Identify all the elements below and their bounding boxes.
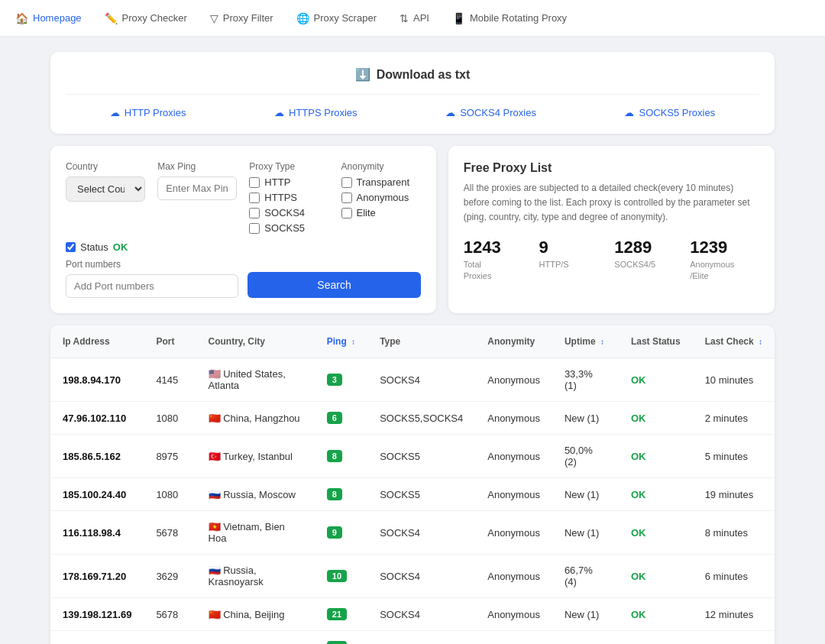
- table-row: 178.169.71.20 3629 🇷🇺 Russia, Krasnoyars…: [50, 555, 775, 598]
- search-button[interactable]: Search: [247, 272, 420, 298]
- checkbox-elite-input[interactable]: [341, 208, 352, 218]
- cell-country: .: [196, 631, 315, 645]
- country-filter: Country Select Country...: [66, 161, 145, 234]
- checkbox-https[interactable]: HTTPS: [249, 192, 328, 203]
- ping-badge: 9: [327, 526, 342, 539]
- port-label: Port numbers: [66, 259, 238, 270]
- checkbox-socks5[interactable]: SOCKS5: [249, 222, 328, 234]
- home-icon: 🏠: [15, 12, 28, 24]
- cell-uptime: New (1): [552, 402, 619, 435]
- cell-anonymity: Anonymous: [475, 358, 552, 402]
- nav-homepage[interactable]: 🏠 Homepage: [15, 12, 82, 24]
- status-badge: OK: [631, 374, 646, 386]
- col-last-status: Last Status: [619, 325, 693, 358]
- cell-country: 🇻🇳 Vietnam, Bien Hoa: [196, 511, 315, 555]
- table-header-row: Ip Address Port Country, City Ping ↕ Typ…: [50, 325, 775, 358]
- checkbox-transparent-input[interactable]: [341, 177, 352, 188]
- table-body: 198.8.94.170 4145 🇺🇸 United States, Atla…: [50, 358, 775, 645]
- mobile-icon: 📱: [452, 12, 465, 24]
- status-checkbox[interactable]: Status OK: [66, 241, 128, 253]
- checkbox-socks5-input[interactable]: [249, 223, 260, 234]
- status-ok-checkbox[interactable]: [66, 242, 76, 252]
- nav-proxy-scraper[interactable]: 🌐 Proxy Scraper: [296, 12, 377, 24]
- col-last-check[interactable]: Last Check ↕: [693, 325, 775, 358]
- ping-badge: 8: [327, 450, 342, 462]
- cell-port: 1080: [144, 478, 196, 511]
- col-anonymity: Anonymity: [475, 325, 552, 358]
- checkbox-socks4[interactable]: SOCKS4: [249, 207, 328, 218]
- flag-icon: 🇺🇸: [209, 368, 221, 380]
- checkbox-elite[interactable]: Elite: [341, 207, 421, 218]
- info-title: Free Proxy List: [464, 161, 759, 175]
- filter-card: Country Select Country... Max Ping Proxy…: [50, 146, 436, 313]
- status-row: Status OK: [66, 241, 421, 253]
- cell-status: OK: [619, 511, 693, 555]
- col-uptime[interactable]: Uptime ↕: [552, 325, 619, 358]
- cell-ping: 10: [315, 555, 367, 598]
- nav-proxy-filter[interactable]: ▽ Proxy Filter: [210, 12, 273, 24]
- cell-ping: 21: [315, 598, 367, 631]
- cell-lastcheck: 2 minutes: [693, 631, 775, 645]
- flag-icon: 🇨🇳: [209, 413, 221, 424]
- checkbox-transparent[interactable]: Transparent: [341, 176, 421, 188]
- checkbox-anonymous[interactable]: Anonymous: [341, 192, 421, 203]
- cell-status: OK: [619, 555, 693, 598]
- checkbox-https-input[interactable]: [249, 193, 260, 203]
- download-title: ⬇️ Download as txt: [66, 67, 759, 82]
- main-content: ⬇️ Download as txt ☁ HTTP Proxies ☁ HTTP…: [38, 37, 787, 644]
- cell-port: 8975: [144, 435, 196, 478]
- cell-country: 🇺🇸 United States, Atlanta: [196, 358, 315, 402]
- proxy-type-group: HTTP HTTPS SOCKS4 SOCKS5: [249, 176, 328, 234]
- status-badge: OK: [631, 642, 646, 645]
- checkbox-http[interactable]: HTTP: [249, 176, 328, 188]
- download-icon: ⬇️: [355, 67, 370, 82]
- cell-type: SOCKS4: [367, 555, 475, 598]
- status-ok-text: OK: [113, 241, 128, 253]
- flag-icon: 🇻🇳: [209, 521, 221, 532]
- col-ping[interactable]: Ping ↕: [315, 325, 367, 358]
- cell-country: 🇹🇷 Turkey, Istanbul: [196, 435, 315, 478]
- col-country: Country, City: [196, 325, 315, 358]
- ping-badge: 8: [327, 488, 342, 500]
- cell-status: OK: [619, 435, 693, 478]
- port-search-row: Port numbers Search: [66, 259, 421, 298]
- checkbox-socks4-input[interactable]: [249, 208, 260, 218]
- cell-lastcheck: 12 minutes: [693, 598, 775, 631]
- cell-ip: 47.96.102.110: [50, 402, 144, 435]
- col-ip: Ip Address: [50, 325, 144, 358]
- cell-country: 🇷🇺 Russia, Moscow: [196, 478, 315, 511]
- cell-ping: 8: [315, 435, 367, 478]
- cell-type: SOCKS4: [367, 511, 475, 555]
- cell-ping: 3: [315, 358, 367, 402]
- nav-mobile-rotating[interactable]: 📱 Mobile Rotating Proxy: [452, 12, 567, 24]
- cell-anonymity: Elite: [475, 631, 552, 645]
- cell-port: 1080: [144, 402, 196, 435]
- cell-anonymity: Anonymous: [475, 511, 552, 555]
- ping-badge: 22: [327, 641, 347, 644]
- nav-api[interactable]: ⇅ API: [400, 12, 429, 24]
- cloud-icon-socks5: ☁: [624, 107, 634, 118]
- cell-anonymity: Anonymous: [475, 435, 552, 478]
- proxytype-filter: Proxy Type HTTP HTTPS SOCKS4 SOCKS5: [249, 161, 328, 234]
- tab-socks5-proxies[interactable]: ☁ SOCKS5 Proxies: [624, 107, 715, 118]
- cell-port: 3629: [144, 555, 196, 598]
- checkbox-anonymous-input[interactable]: [341, 193, 352, 203]
- filter-section: Country Select Country... Max Ping Proxy…: [50, 146, 775, 313]
- cell-ip: 178.169.71.20: [50, 555, 144, 598]
- stats-grid: 1243 TotalProxies 9 HTTP/S 1289 SOCKS4/5…: [464, 238, 759, 283]
- status-badge: OK: [631, 571, 646, 582]
- tab-http-proxies[interactable]: ☁ HTTP Proxies: [110, 107, 186, 118]
- cell-ip: 185.100.24.40: [50, 478, 144, 511]
- country-select[interactable]: Select Country...: [66, 176, 145, 202]
- tab-socks4-proxies[interactable]: ☁ SOCKS4 Proxies: [445, 107, 536, 118]
- cell-uptime: 33,3% (1): [552, 358, 619, 402]
- proxy-table-card: Ip Address Port Country, City Ping ↕ Typ…: [50, 325, 775, 644]
- checkbox-http-input[interactable]: [249, 177, 260, 188]
- tab-https-proxies[interactable]: ☁ HTTPS Proxies: [274, 107, 358, 118]
- port-input[interactable]: [66, 274, 238, 298]
- maxping-input[interactable]: [157, 176, 237, 200]
- cell-uptime: New (1): [552, 511, 619, 555]
- table-row: 185.100.24.40 1080 🇷🇺 Russia, Moscow 8 S…: [50, 478, 775, 511]
- cell-port: 5678: [144, 511, 196, 555]
- nav-proxy-checker[interactable]: ✏️ Proxy Checker: [105, 12, 187, 24]
